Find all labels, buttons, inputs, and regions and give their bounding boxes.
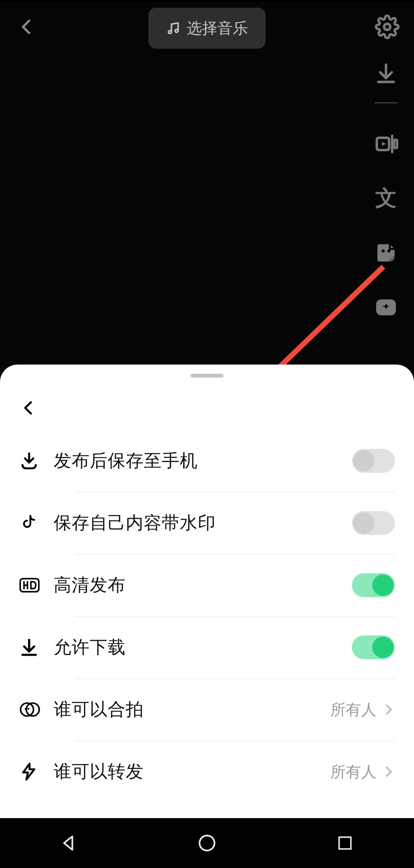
text-icon: 文 xyxy=(375,184,397,213)
svg-point-7 xyxy=(382,249,385,252)
svg-rect-19 xyxy=(339,837,351,849)
nav-recents[interactable] xyxy=(332,830,358,856)
row-who-can-duet[interactable]: 谁可以合拍 所有人 xyxy=(19,678,395,741)
row-label: 谁可以合拍 xyxy=(54,698,330,721)
row-hd-publish[interactable]: 高清发布 xyxy=(19,554,395,616)
svg-point-0 xyxy=(168,30,171,33)
back-button[interactable] xyxy=(12,12,42,42)
publish-settings-sheet: 发布后保存至手机 保存自己内容带水印 xyxy=(0,365,414,818)
chevron-left-icon xyxy=(20,399,37,416)
nav-recents-icon xyxy=(336,834,354,852)
gear-icon xyxy=(375,15,399,39)
toggle-hd[interactable] xyxy=(352,573,395,597)
side-text-button[interactable]: 文 xyxy=(372,185,400,212)
chevron-right-icon xyxy=(382,703,395,716)
svg-marker-17 xyxy=(64,837,72,850)
system-navigation-bar xyxy=(0,818,414,868)
svg-marker-16 xyxy=(23,764,34,780)
svg-point-1 xyxy=(175,29,178,32)
side-sticker-button[interactable] xyxy=(372,239,400,267)
row-who-can-forward[interactable]: 谁可以转发 所有人 xyxy=(19,741,395,803)
row-label: 发布后保存至手机 xyxy=(54,449,352,473)
nav-back[interactable] xyxy=(56,830,82,856)
select-music-button[interactable]: 选择音乐 xyxy=(148,8,266,49)
video-template-icon xyxy=(374,132,398,156)
svg-rect-6 xyxy=(394,140,397,148)
forward-icon xyxy=(19,762,38,781)
side-template-button[interactable] xyxy=(372,130,400,158)
row-value: 所有人 xyxy=(330,699,376,720)
row-save-with-watermark[interactable]: 保存自己内容带水印 xyxy=(19,492,395,554)
svg-point-14 xyxy=(25,708,26,710)
toggle-allow-download[interactable] xyxy=(352,635,395,659)
row-label: 允许下载 xyxy=(54,635,352,659)
side-download-button[interactable] xyxy=(372,59,400,87)
row-allow-download[interactable]: 允许下载 xyxy=(19,616,395,678)
effects-icon xyxy=(374,295,398,319)
svg-point-2 xyxy=(384,24,390,30)
nav-home[interactable] xyxy=(194,830,220,856)
hd-icon xyxy=(19,577,40,593)
download-icon xyxy=(19,637,39,657)
side-toolbar-divider xyxy=(375,102,398,103)
nav-back-icon xyxy=(59,833,79,853)
chevron-right-icon xyxy=(382,765,395,778)
editor-side-toolbar: 文 xyxy=(369,59,403,321)
row-label: 谁可以转发 xyxy=(54,760,330,784)
music-icon xyxy=(166,21,181,36)
nav-home-icon xyxy=(197,833,217,853)
svg-marker-4 xyxy=(382,142,386,146)
side-effects-button[interactable] xyxy=(372,294,400,321)
row-label: 保存自己内容带水印 xyxy=(54,511,352,535)
toggle-save-to-phone[interactable] xyxy=(352,449,395,473)
download-icon xyxy=(375,62,398,85)
row-value: 所有人 xyxy=(330,761,376,782)
row-label: 高清发布 xyxy=(54,573,352,597)
select-music-label: 选择音乐 xyxy=(187,18,248,39)
sheet-back-button[interactable] xyxy=(15,394,42,421)
sheet-grabber[interactable] xyxy=(191,374,223,378)
settings-button[interactable] xyxy=(372,12,402,42)
row-save-to-phone[interactable]: 发布后保存至手机 xyxy=(19,430,395,492)
svg-point-18 xyxy=(200,836,215,851)
save-to-phone-icon xyxy=(19,451,39,471)
duet-icon xyxy=(19,700,41,719)
svg-point-15 xyxy=(28,708,30,710)
toggle-watermark[interactable] xyxy=(352,511,395,535)
douyin-icon xyxy=(19,513,38,533)
sticker-icon xyxy=(375,241,398,264)
